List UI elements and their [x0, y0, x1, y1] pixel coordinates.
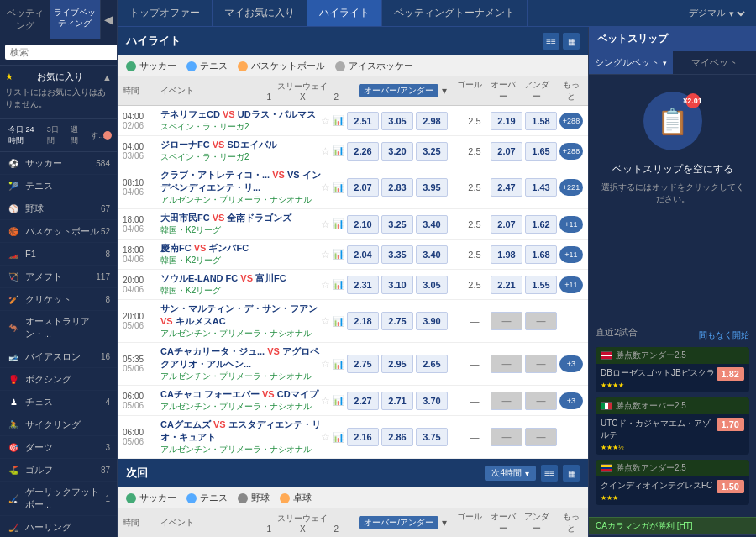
live-betting-tab[interactable]: ライブベッティング — [50, 0, 101, 39]
next-list-btn[interactable]: ≡≡ — [541, 465, 558, 482]
odd-btn-2[interactable]: 2.65 — [416, 355, 448, 373]
my-bet-tab[interactable]: マイベット — [673, 51, 757, 74]
odd-btn-1[interactable]: 2.27 — [347, 392, 379, 410]
sport-item[interactable]: 🎯 ダーツ 3 — [0, 436, 117, 459]
odd-btn-under[interactable]: 1.43 — [525, 178, 557, 197]
stats-icon[interactable]: 📊 — [333, 279, 344, 290]
odd-btn-under[interactable]: 1.55 — [525, 276, 557, 294]
sport-item[interactable]: ⚾ 野球 67 — [0, 197, 117, 220]
favorite-star-btn[interactable]: ☆ — [321, 218, 330, 230]
favorites-toggle[interactable]: ★ お気に入り ▲ — [5, 71, 112, 83]
time-filter-3day[interactable]: 3日間 — [44, 123, 64, 148]
sport-item[interactable]: ♟ チェス 4 — [0, 391, 117, 413]
favorite-star-btn[interactable]: ☆ — [321, 358, 330, 370]
next-filter-soccer[interactable]: サッカー — [126, 492, 176, 504]
ca-notice[interactable]: CAカラマンガが勝利 [HT] — [589, 517, 756, 534]
stats-icon[interactable]: 📊 — [333, 115, 344, 126]
favorite-star-btn[interactable]: ☆ — [321, 182, 330, 193]
next-grid-btn[interactable]: ▦ — [563, 465, 580, 482]
odd-btn-x[interactable]: 2.75 — [381, 312, 413, 330]
odd-btn-over[interactable]: 2.19 — [491, 112, 522, 130]
filter-basketball[interactable]: バスケットボール — [238, 60, 325, 72]
favorite-star-btn[interactable]: ☆ — [321, 115, 330, 127]
search-input[interactable] — [5, 45, 118, 60]
sport-item[interactable]: 🚴 サイクリング — [0, 413, 117, 436]
sport-item[interactable]: 🏀 バスケットボール 52 — [0, 220, 117, 243]
odd-btn-x[interactable]: 2.95 — [381, 355, 413, 373]
odd-btn-2[interactable]: 3.95 — [416, 178, 448, 197]
odd-btn-1[interactable]: 2.51 — [347, 112, 379, 130]
odd-btn-x[interactable]: 3.25 — [381, 215, 413, 234]
stats-icon[interactable]: 📊 — [333, 395, 344, 406]
stats-icon[interactable]: 📊 — [333, 316, 344, 327]
nav-top-offers[interactable]: トップオファー — [118, 0, 213, 26]
filter-soccer[interactable]: サッカー — [126, 60, 176, 72]
odd-btn-1[interactable]: 2.04 — [347, 245, 379, 264]
more-btn[interactable]: +221 — [559, 179, 583, 196]
stats-icon[interactable]: 📊 — [333, 359, 344, 370]
odd-btn-1[interactable]: 2.16 — [347, 428, 379, 446]
odd-btn-under[interactable]: 1.58 — [525, 112, 557, 130]
next-filter-tabletennis[interactable]: 卓球 — [280, 492, 312, 504]
next-filter-baseball[interactable]: 野球 — [238, 492, 270, 504]
next-filter-tennis[interactable]: テニス — [186, 492, 228, 504]
odd-btn-2[interactable]: 3.40 — [416, 245, 448, 264]
live-match-odd-btn[interactable]: 1.82 — [717, 367, 744, 381]
live-match-odd-btn[interactable]: 1.70 — [717, 418, 744, 431]
odd-btn-over[interactable]: 2.07 — [491, 215, 522, 234]
sport-item[interactable]: 🎾 テニス — [0, 175, 117, 197]
odd-btn-1[interactable]: 2.18 — [347, 312, 379, 330]
sport-item[interactable]: 🥊 ボクシング — [0, 368, 117, 391]
sport-item[interactable]: 🏎️ F1 8 — [0, 243, 117, 266]
favorite-star-btn[interactable]: ☆ — [321, 249, 330, 261]
decimal-selector[interactable]: デジマル ▾ — [680, 7, 756, 19]
more-btn[interactable]: +288 — [559, 113, 583, 129]
live-match-odd-btn[interactable]: 1.50 — [717, 480, 744, 493]
odd-btn-x[interactable]: 3.20 — [381, 142, 413, 161]
odd-btn-1[interactable]: 2.75 — [347, 355, 379, 373]
odd-btn-x[interactable]: 2.83 — [381, 178, 413, 197]
odd-btn-1[interactable]: 2.10 — [347, 215, 379, 234]
nav-highlights[interactable]: ハイライト — [307, 0, 382, 26]
sport-item[interactable]: 🏒 ハーリング — [0, 516, 117, 537]
favorite-star-btn[interactable]: ☆ — [321, 145, 330, 157]
list-view-btn[interactable]: ≡≡ — [543, 33, 559, 50]
odd-btn-2[interactable]: 3.75 — [416, 428, 448, 446]
odd-btn-over[interactable]: 2.47 — [491, 178, 522, 197]
overunder-dropdown-btn[interactable]: ▾ — [442, 85, 447, 97]
next-overunder-dropdown[interactable]: ▾ — [442, 517, 447, 529]
odd-btn-1[interactable]: 2.26 — [347, 142, 379, 161]
odd-btn-under[interactable]: 1.62 — [525, 215, 557, 234]
stats-icon[interactable]: 📊 — [333, 432, 344, 443]
more-btn[interactable]: +11 — [559, 246, 583, 263]
more-btn[interactable]: +11 — [559, 276, 583, 293]
filter-icehockey[interactable]: アイスホッケー — [335, 60, 413, 72]
odd-btn-x[interactable]: 3.35 — [381, 245, 413, 264]
sport-item[interactable]: 🎿 バイアスロン 16 — [0, 345, 117, 368]
more-btn[interactable]: +11 — [559, 216, 583, 233]
odd-btn-1[interactable]: 2.07 — [347, 178, 379, 197]
more-btn[interactable]: +288 — [559, 143, 583, 160]
favorite-star-btn[interactable]: ☆ — [321, 431, 330, 443]
sport-item[interactable]: ⛳ ゴルフ 87 — [0, 459, 117, 482]
odd-btn-2[interactable]: 3.40 — [416, 215, 448, 234]
favorite-star-btn[interactable]: ☆ — [321, 315, 330, 327]
nav-tournament[interactable]: ベッティングトーナメント — [382, 0, 528, 26]
odd-btn-2[interactable]: 3.25 — [416, 142, 448, 161]
odd-btn-under[interactable]: 1.68 — [525, 245, 557, 264]
single-bet-tab[interactable]: シングルベット ▾ — [589, 51, 673, 74]
odd-btn-2[interactable]: 2.98 — [416, 112, 448, 130]
stats-icon[interactable]: 📊 — [333, 218, 344, 229]
more-btn[interactable]: +3 — [559, 355, 583, 372]
time-filter-week[interactable]: 週間 — [67, 123, 85, 148]
stats-icon[interactable]: 📊 — [333, 182, 344, 193]
sport-item[interactable]: ⚽ サッカー 584 — [0, 152, 117, 175]
odd-btn-2[interactable]: 3.90 — [416, 312, 448, 330]
odd-btn-x[interactable]: 3.05 — [381, 112, 413, 130]
sport-item[interactable]: 🦘 オーストラリアン・... — [0, 311, 117, 345]
favorite-star-btn[interactable]: ☆ — [321, 279, 330, 291]
grid-view-btn[interactable]: ▦ — [563, 33, 580, 50]
nav-favorites[interactable]: マイお気に入り — [213, 0, 307, 26]
sport-item[interactable]: 🏹 アメフト 117 — [0, 266, 117, 288]
time-filter-today[interactable]: 今日 24時間 — [5, 123, 40, 148]
